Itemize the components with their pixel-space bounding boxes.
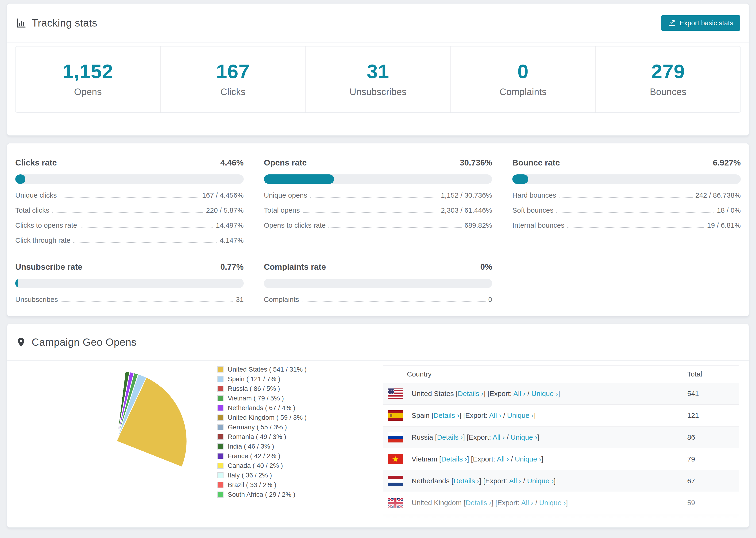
rate-stat-row: Clicks to opens rate14.497% — [15, 221, 244, 229]
country-total-value: 55 — [686, 521, 739, 528]
summary-stat-value: 279 — [596, 60, 740, 83]
tracking-stats-title-text: Tracking stats — [32, 17, 97, 29]
country-flag-nl — [388, 476, 403, 486]
rate-stat-row: Internal bounces19 / 6.81% — [512, 221, 741, 229]
rate-stat-value: 31 — [236, 296, 243, 303]
details-link[interactable]: Details › — [437, 433, 463, 441]
pie-legend: United States ( 541 / 31% )Spain ( 121 /… — [217, 364, 307, 499]
legend-item: Canada ( 40 / 2% ) — [217, 461, 307, 470]
legend-item: Spain ( 121 / 7% ) — [217, 374, 307, 384]
rate-section-head: Opens rate30.736% — [264, 158, 492, 167]
rate-progress-fill — [15, 174, 26, 184]
export-all-link[interactable]: All › — [497, 455, 509, 463]
table-row-vn: ★Vietnam [Details ›] [Export: All › / Un… — [383, 448, 739, 470]
rate-stat-value: 689.82% — [464, 222, 492, 229]
rate-stat-value: 4.147% — [220, 237, 244, 244]
geo-table-header: Country Total — [383, 366, 739, 383]
country-flag-de — [388, 519, 403, 528]
country-flag-us — [388, 389, 403, 399]
country-links: Spain [Details ›] [Export: All › / Uniqu… — [411, 411, 536, 419]
table-row-nl: Netherlands [Details ›] [Export: All › /… — [383, 470, 739, 492]
rate-progress-bar — [15, 279, 244, 288]
rates-grid: Clicks rate4.46%Unique clicks167 / 4.456… — [15, 143, 741, 303]
rate-progress-bar — [264, 174, 492, 184]
rates-card: Clicks rate4.46%Unique clicks167 / 4.456… — [7, 143, 749, 316]
export-unique-link[interactable]: Unique › — [515, 455, 541, 463]
summary-stat-label: Complaints — [451, 86, 595, 97]
country-flag-vn: ★ — [388, 454, 403, 464]
export-all-link[interactable]: All › — [493, 433, 505, 441]
rate-title: Clicks rate — [15, 158, 57, 167]
rate-stat-value: 2,303 / 61.446% — [441, 207, 492, 214]
rate-progress-bar — [264, 279, 492, 288]
table-row-es: Spain [Details ›] [Export: All › / Uniqu… — [383, 404, 739, 426]
country-cell: United Kingdom [Details ›] [Export: All … — [383, 498, 686, 508]
legend-color-swatch — [217, 405, 224, 411]
details-link[interactable]: Details › — [433, 411, 459, 419]
legend-label: Canada ( 40 / 2% ) — [228, 462, 283, 469]
rate-stat-row: Total opens2,303 / 61.446% — [264, 206, 492, 214]
legend-label: United Kingdom ( 59 / 3% ) — [228, 414, 307, 421]
rate-section-head: Clicks rate4.46% — [15, 158, 244, 167]
rate-stat-value: 0 — [488, 296, 492, 303]
legend-color-swatch — [217, 414, 224, 421]
dotted-leader — [80, 227, 213, 228]
us-canton — [388, 389, 394, 394]
details-link[interactable]: Details › — [458, 390, 484, 398]
dotted-leader — [73, 242, 217, 243]
export-unique-link[interactable]: Unique › — [511, 433, 537, 441]
rate-stat-value: 1,152 / 30.736% — [441, 191, 492, 199]
export-unique-link[interactable]: Unique › — [518, 521, 545, 528]
rate-stat-label: Internal bounces — [512, 222, 565, 229]
details-link[interactable]: Details › — [453, 477, 479, 485]
tracking-stats-title: Tracking stats — [16, 17, 97, 29]
details-link[interactable]: Details › — [441, 455, 467, 463]
country-total-value: 86 — [686, 433, 739, 441]
legend-color-swatch — [217, 386, 224, 392]
export-all-link[interactable]: All › — [509, 477, 521, 485]
rate-stat-label: Unique opens — [264, 191, 307, 199]
campaign-geo-opens-card: Campaign Geo Opens United States ( 541 /… — [7, 324, 749, 528]
legend-label: Italy ( 36 / 2% ) — [228, 471, 272, 479]
rate-stat-value: 19 / 6.81% — [707, 222, 741, 229]
details-link[interactable]: Details › — [445, 521, 470, 528]
country-cell: Netherlands [Details ›] [Export: All › /… — [383, 476, 686, 486]
export-button-label: Export basic stats — [679, 19, 733, 27]
country-total-value: 541 — [686, 390, 739, 398]
export-unique-link[interactable]: Unique › — [507, 411, 534, 419]
summary-stat-value: 0 — [451, 60, 595, 83]
rate-section: Bounce rate6.927%Hard bounces242 / 86.73… — [512, 158, 741, 244]
rate-rows: Unsubscribes31 — [15, 295, 244, 303]
tracking-stats-card: Tracking stats Export basic stats 1,152O… — [7, 3, 749, 136]
geo-header: Campaign Geo Opens — [7, 324, 749, 361]
summary-stat-box: 0Complaints — [451, 46, 596, 112]
rate-progress-fill — [512, 174, 528, 184]
export-icon — [668, 19, 676, 27]
export-all-link[interactable]: All › — [489, 411, 501, 419]
geo-opens-pie-chart — [41, 366, 191, 516]
legend-item: United States ( 541 / 31% ) — [217, 364, 307, 374]
geo-title-text: Campaign Geo Opens — [32, 336, 136, 348]
details-link[interactable]: Details › — [465, 499, 491, 507]
summary-stat-value: 167 — [161, 60, 305, 83]
export-unique-link[interactable]: Unique › — [527, 477, 554, 485]
country-cell: United States [Details ›] [Export: All ›… — [383, 389, 686, 399]
legend-color-swatch — [217, 424, 224, 430]
export-all-link[interactable]: All › — [500, 521, 512, 528]
country-flag-es — [388, 410, 403, 421]
legend-item: Germany ( 55 / 3% ) — [217, 422, 307, 432]
rate-value: 0.77% — [220, 262, 243, 272]
rate-rows: Unique opens1,152 / 30.736%Total opens2,… — [264, 191, 492, 229]
legend-color-swatch — [217, 463, 224, 469]
rate-section: Unsubscribe rate0.77%Unsubscribes31 — [15, 262, 244, 303]
summary-stat-value: 1,152 — [16, 60, 160, 83]
export-unique-link[interactable]: Unique › — [539, 499, 566, 507]
legend-item: United Kingdom ( 59 / 3% ) — [217, 413, 307, 422]
rate-stat-value: 18 / 0% — [717, 207, 741, 214]
export-all-link[interactable]: All › — [521, 499, 533, 507]
export-all-link[interactable]: All › — [513, 390, 526, 398]
export-basic-stats-button[interactable]: Export basic stats — [661, 15, 740, 31]
country-links: Netherlands [Details ›] [Export: All › /… — [411, 477, 556, 485]
export-unique-link[interactable]: Unique › — [531, 390, 558, 398]
country-total-value: 59 — [686, 499, 739, 507]
